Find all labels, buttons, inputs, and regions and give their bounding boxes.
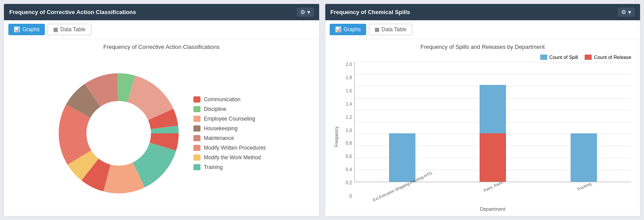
panel1-donut-area: Communication Discipline Employee Counse… xyxy=(8,55,315,212)
bar-segment-release xyxy=(480,133,506,182)
panel1-toolbar: 📊 Graphs ▦ Data Table xyxy=(4,20,319,39)
legend-item: Housekeeping xyxy=(193,125,266,132)
bar-segment-spill xyxy=(389,133,415,182)
bar-legend-item: Count of Spill xyxy=(540,55,578,60)
legend-label: Maintenance xyxy=(204,135,234,141)
legend-item: Training xyxy=(193,164,266,170)
gear-icon: ⚙ xyxy=(300,9,306,15)
bar-chart-icon: 📊 xyxy=(14,26,20,33)
bar-stack xyxy=(571,133,597,182)
legend-item: Maintenance xyxy=(193,135,266,141)
panel-corrective-action: Frequency of Corrective Action Classific… xyxy=(4,4,320,216)
legend-color-swatch xyxy=(193,145,200,151)
panel1-datatable-button[interactable]: ▦ Data Table xyxy=(47,24,91,35)
legend-label: Housekeeping xyxy=(204,125,238,132)
panel-chemical-spills: Frequency of Chemical Spills ⚙ ▾ 📊 Graph… xyxy=(325,4,641,216)
panel2-chart-title: Frequency of Spills and Releases by Depa… xyxy=(420,44,545,50)
panel1-graphs-label: Graphs xyxy=(22,26,40,33)
y-tick: 0.8 xyxy=(346,141,352,146)
donut-hole xyxy=(87,101,151,165)
y-tick: 0.4 xyxy=(346,167,352,172)
panel1-header: Frequency of Corrective Action Classific… xyxy=(4,4,319,20)
legend-item: Employee Counseling xyxy=(193,116,266,122)
donut-chart xyxy=(57,72,180,195)
y-tick: 0 xyxy=(349,194,352,198)
legend-color-swatch xyxy=(193,116,200,122)
panel1-gear-button[interactable]: ⚙ ▾ xyxy=(297,7,314,17)
panel2-content: Frequency of Spills and Releases by Depa… xyxy=(325,39,640,216)
panel2-graphs-button[interactable]: 📊 Graphs xyxy=(330,24,366,35)
y-tick: 0.6 xyxy=(346,154,352,159)
legend-label: Training xyxy=(204,164,223,170)
table-icon2: ▦ xyxy=(375,26,379,33)
donut-svg xyxy=(57,72,180,195)
legend-item: Modify the Work Method xyxy=(193,154,266,161)
y-tick: 1.4 xyxy=(346,102,352,106)
panel1-datatable-label: Data Table xyxy=(60,26,85,33)
bar-stack xyxy=(389,133,415,182)
panel1-title: Frequency of Corrective Action Classific… xyxy=(9,9,136,15)
bars-area xyxy=(354,62,632,182)
panel2-datatable-button[interactable]: ▦ Data Table xyxy=(369,24,412,35)
legend-item: Discipline xyxy=(193,106,266,112)
legend-item: Communication xyxy=(193,96,266,103)
legend-label: Employee Counseling xyxy=(204,116,255,122)
bar-legend-swatch xyxy=(540,55,547,60)
legend-color-swatch xyxy=(193,154,200,161)
panel2-graphs-label: Graphs xyxy=(344,26,361,33)
legend-label: Communication xyxy=(204,96,240,103)
table-icon: ▦ xyxy=(53,26,58,33)
legend-item: Modify Written Procedures xyxy=(193,145,266,151)
panel2-gear-dropdown-icon: ▾ xyxy=(628,9,631,15)
y-tick: 1.0 xyxy=(346,128,352,133)
panel2-toolbar: 📊 Graphs ▦ Data Table xyxy=(325,20,640,39)
bar-legend-label: Count of Release xyxy=(594,55,631,60)
bar-chart-wrapper: Frequency 00.20.40.60.81.01.21.41.61.82.… xyxy=(334,62,632,212)
bar-segment-spill xyxy=(480,85,506,133)
legend-color-swatch xyxy=(193,96,200,103)
bar-stack xyxy=(480,85,506,182)
x-labels: Ext.Extrusion Shipping-Packing-HTO.Paint… xyxy=(354,182,632,189)
panel1-gear-dropdown-icon: ▾ xyxy=(307,9,310,15)
y-axis-label: Frequency xyxy=(334,126,341,147)
y-axis-ticks: 00.20.40.60.81.01.21.41.61.82.0 xyxy=(341,62,354,212)
bar-chart-icon2: 📊 xyxy=(335,26,342,33)
panel1-graphs-button[interactable]: 📊 Graphs xyxy=(8,24,45,35)
panel2-datatable-label: Data Table xyxy=(382,26,407,33)
bar-segment-spill xyxy=(571,133,597,182)
legend-color-swatch xyxy=(193,125,200,132)
bar-legend-label: Count of Spill xyxy=(549,55,578,60)
gear-icon2: ⚙ xyxy=(621,9,626,15)
legend-label: Modify Written Procedures xyxy=(204,145,266,151)
legend-label: Modify the Work Method xyxy=(204,154,261,161)
panel2-header: Frequency of Chemical Spills ⚙ ▾ xyxy=(325,4,640,20)
y-tick: 1.8 xyxy=(346,75,352,80)
bar-group xyxy=(454,85,532,182)
legend-label: Discipline xyxy=(204,106,226,112)
panel1-content: Frequency of Corrective Action Classific… xyxy=(4,39,319,216)
bar-legend-item: Count of Release xyxy=(585,55,631,60)
legend-color-swatch xyxy=(193,135,200,141)
bar-legend-swatch xyxy=(585,55,592,60)
bar-chart-area: Count of Spill Count of Release Frequenc… xyxy=(330,55,636,212)
x-axis-label: Department xyxy=(354,206,632,212)
panel2-gear-button[interactable]: ⚙ ▾ xyxy=(618,7,635,17)
bar-legend: Count of Spill Count of Release xyxy=(334,55,632,60)
panel1-chart-title: Frequency of Corrective Action Classific… xyxy=(103,44,219,50)
y-axis-label-wrapper: Frequency xyxy=(334,62,341,212)
legend-color-swatch xyxy=(193,164,200,170)
y-tick: 1.6 xyxy=(346,88,352,93)
panel1-legend: Communication Discipline Employee Counse… xyxy=(193,96,266,170)
y-tick: 1.2 xyxy=(346,115,352,120)
legend-color-swatch xyxy=(193,106,200,112)
y-tick: 2.0 xyxy=(346,62,352,67)
panel2-title: Frequency of Chemical Spills xyxy=(331,9,410,15)
y-tick: 0.2 xyxy=(346,180,352,185)
bar-chart-plot: Ext.Extrusion Shipping-Packing-HTO.Paint… xyxy=(354,62,632,212)
